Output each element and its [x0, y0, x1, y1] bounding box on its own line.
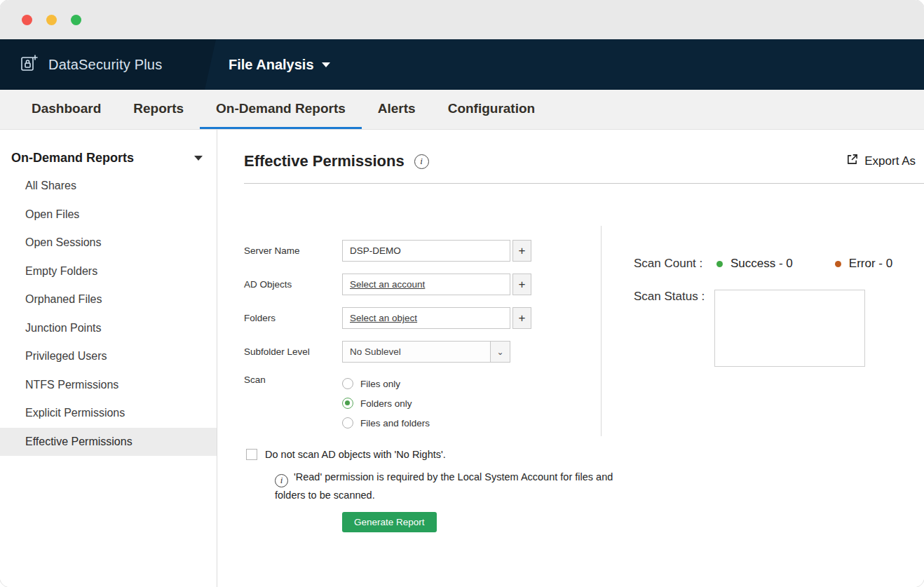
main-content: Effective Permissions i Export As — [217, 130, 924, 587]
success-dot-icon — [716, 261, 723, 267]
add-folder-button[interactable]: + — [512, 307, 531, 329]
module-switcher[interactable]: File Analysis — [229, 57, 330, 73]
app-header: DataSecurity Plus File Analysis — [0, 39, 924, 90]
sidebar-section-header[interactable]: On-Demand Reports — [0, 144, 217, 172]
main-nav-tabs: Dashboard Reports On-Demand Reports Aler… — [0, 90, 924, 130]
export-as-button[interactable]: Export As — [846, 154, 916, 169]
form-row-server-name: Server Name DSP-DEMO + — [244, 240, 595, 262]
read-permission-note: i'Read' permission is required by the Lo… — [275, 469, 620, 503]
radio-files-only-label: Files only — [360, 379, 400, 389]
checkbox-unchecked-icon[interactable] — [246, 449, 257, 460]
report-criteria-form: Server Name DSP-DEMO + AD Objects Select… — [244, 240, 595, 532]
app-window: DataSecurity Plus File Analysis Dashboar… — [0, 0, 924, 587]
sidebar-item-all-shares[interactable]: All Shares — [0, 172, 217, 201]
generate-report-button[interactable]: Generate Report — [342, 512, 437, 532]
scan-status-box — [714, 290, 865, 367]
sidebar-item-orphaned-files[interactable]: Orphaned Files — [0, 285, 217, 314]
minimize-window-button[interactable] — [46, 15, 57, 25]
scan-status-label: Scan Status : — [634, 290, 712, 304]
no-rights-checkbox-label: Do not scan AD objects with 'No Rights'. — [265, 449, 446, 460]
sidebar-item-privileged-users[interactable]: Privileged Users — [0, 342, 217, 371]
vertical-divider — [601, 226, 602, 436]
radio-button-checked-icon[interactable] — [342, 398, 353, 409]
sidebar-item-empty-folders[interactable]: Empty Folders — [0, 257, 217, 286]
scan-status-row: Scan Status : — [634, 290, 907, 367]
window-controls — [22, 15, 81, 25]
sidebar-item-ntfs-permissions[interactable]: NTFS Permissions — [0, 371, 217, 400]
select-object-link[interactable]: Select an object — [350, 313, 417, 323]
select-account-link[interactable]: Select an account — [350, 279, 425, 290]
ad-objects-input[interactable]: Select an account — [342, 274, 510, 295]
tab-configuration[interactable]: Configuration — [432, 90, 552, 129]
info-icon[interactable]: i — [414, 154, 429, 169]
export-as-label: Export As — [864, 154, 916, 168]
radio-files-and-folders-label: Files and folders — [360, 418, 430, 429]
sidebar: On-Demand Reports All Shares Open Files … — [0, 130, 217, 587]
ad-objects-label: AD Objects — [244, 279, 342, 290]
scan-label: Scan — [244, 375, 342, 385]
error-count: Error - 0 — [849, 257, 892, 271]
radio-files-and-folders[interactable]: Files and folders — [342, 416, 430, 430]
server-name-value: DSP-DEMO — [350, 245, 401, 256]
radio-folders-only-label: Folders only — [360, 398, 412, 409]
scan-status-panel: Scan Count : Success - 0 Error - 0 Scan … — [634, 257, 907, 367]
brand-name: DataSecurity Plus — [48, 57, 162, 73]
close-window-button[interactable] — [22, 15, 32, 25]
tab-reports[interactable]: Reports — [117, 90, 200, 129]
chevron-down-icon: ⌄ — [490, 342, 510, 362]
add-ad-object-button[interactable]: + — [512, 274, 531, 295]
form-row-subfolder-level: Subfolder Level No Sublevel ⌄ — [244, 341, 595, 363]
success-count: Success - 0 — [731, 257, 793, 271]
read-permission-note-text: 'Read' permission is required by the Loc… — [275, 471, 613, 501]
export-icon — [846, 154, 858, 169]
info-icon: i — [275, 474, 288, 487]
server-name-label: Server Name — [244, 245, 342, 256]
maximize-window-button[interactable] — [71, 15, 81, 25]
folders-input[interactable]: Select an object — [342, 307, 510, 329]
chevron-down-icon — [322, 62, 330, 67]
sidebar-item-open-sessions[interactable]: Open Sessions — [0, 229, 217, 257]
subfolder-level-value: No Sublevel — [343, 346, 401, 357]
sidebar-item-explicit-permissions[interactable]: Explicit Permissions — [0, 399, 217, 428]
tab-dashboard[interactable]: Dashboard — [15, 90, 117, 129]
sidebar-item-junction-points[interactable]: Junction Points — [0, 314, 217, 343]
brand-zone: DataSecurity Plus — [0, 39, 216, 90]
radio-files-only[interactable]: Files only — [342, 377, 430, 391]
subfolder-level-label: Subfolder Level — [244, 346, 342, 357]
folders-label: Folders — [244, 313, 342, 323]
scan-radio-group: Files only Folders only Files and folder… — [342, 375, 430, 430]
page-header: Effective Permissions i Export As — [244, 130, 924, 184]
form-row-ad-objects: AD Objects Select an account + — [244, 274, 595, 295]
sidebar-item-effective-permissions[interactable]: Effective Permissions — [0, 428, 217, 457]
radio-button-icon[interactable] — [342, 417, 353, 429]
sidebar-item-open-files[interactable]: Open Files — [0, 201, 217, 229]
radio-button-icon[interactable] — [342, 378, 353, 389]
form-row-folders: Folders Select an object + — [244, 307, 595, 329]
tab-alerts[interactable]: Alerts — [362, 90, 432, 129]
form-row-scan: Scan Files only Folders only — [244, 375, 595, 430]
subfolder-level-select[interactable]: No Sublevel ⌄ — [342, 341, 510, 363]
radio-folders-only[interactable]: Folders only — [342, 396, 430, 410]
add-server-button[interactable]: + — [512, 240, 531, 262]
module-name: File Analysis — [229, 57, 314, 73]
server-name-input[interactable]: DSP-DEMO — [342, 240, 510, 262]
scan-count-label: Scan Count : — [634, 257, 712, 271]
datasecurity-logo-icon — [20, 54, 39, 76]
scan-count-row: Scan Count : Success - 0 Error - 0 — [634, 257, 907, 271]
error-dot-icon — [835, 261, 841, 267]
workspace: Server Name DSP-DEMO + AD Objects Select… — [217, 184, 924, 586]
tab-on-demand-reports[interactable]: On-Demand Reports — [200, 90, 362, 129]
page-title: Effective Permissions — [244, 152, 405, 170]
sidebar-section-title: On-Demand Reports — [11, 151, 134, 166]
window-titlebar — [0, 0, 924, 39]
chevron-down-icon — [194, 156, 203, 161]
no-rights-checkbox-row[interactable]: Do not scan AD objects with 'No Rights'. — [246, 449, 595, 460]
